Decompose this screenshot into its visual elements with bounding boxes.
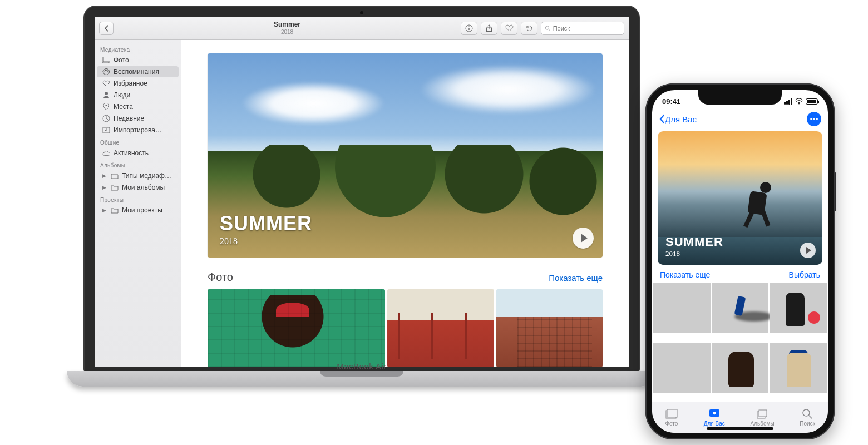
search-input[interactable] <box>553 25 620 32</box>
sidebar-item-label: Активность <box>114 149 149 157</box>
photo-thumbnail[interactable] <box>208 289 385 367</box>
sidebar-item-label: Места <box>114 103 133 111</box>
iphone-memory-hero[interactable]: SUMMER 2018 <box>658 131 822 265</box>
svg-line-20 <box>809 416 812 418</box>
macbook-label: MacBook Air <box>67 362 657 371</box>
sidebar-item-label: Люди <box>114 91 130 99</box>
sidebar-item-places[interactable]: Места <box>97 101 179 112</box>
iphone-show-more-link[interactable]: Показать еще <box>660 270 710 279</box>
svg-rect-18 <box>759 410 767 417</box>
macbook-device: Summer 2018 <box>67 6 657 434</box>
search-tab-icon <box>801 408 814 419</box>
disclosure-arrow-icon: ▶ <box>102 185 106 190</box>
cloud-icon <box>102 149 110 157</box>
home-indicator[interactable] <box>707 427 773 430</box>
sidebar-group-library: Медиатека <box>95 43 181 54</box>
sidebar-item-photos[interactable]: Фото <box>97 55 179 66</box>
info-button[interactable] <box>461 22 477 35</box>
sidebar-item-media-types[interactable]: ▶Типы медиаф… <box>97 170 179 181</box>
sidebar-item-label: Мои проекты <box>122 206 162 214</box>
iphone-photo-thumbnail[interactable] <box>712 343 769 393</box>
sidebar-item-imports[interactable]: Импортирова… <box>97 125 179 136</box>
sidebar-item-label: Недавние <box>114 115 144 122</box>
macbook-base <box>67 371 657 387</box>
cellular-icon <box>784 98 792 105</box>
window-title-wrap: Summer 2018 <box>117 21 457 34</box>
iphone-select-link[interactable]: Выбрать <box>789 270 820 279</box>
search-icon <box>545 25 551 32</box>
sidebar-item-label: Типы медиаф… <box>122 172 171 180</box>
memory-hero-title: SUMMER 2018 <box>220 212 312 246</box>
sidebar-item-label: Избранное <box>114 80 147 87</box>
iphone-screen: 09:41 Для Вас ••• SUMMER 2018 По <box>652 90 828 433</box>
memory-year: 2018 <box>220 236 312 246</box>
iphone-action-row: Показать еще Выбрать <box>652 265 828 283</box>
back-button[interactable] <box>99 22 114 35</box>
play-button[interactable] <box>573 228 594 249</box>
svg-point-19 <box>803 409 810 416</box>
window-title: Summer <box>117 21 457 28</box>
tab-albums[interactable]: Альбомы <box>751 408 775 427</box>
iphone-photo-thumbnail[interactable] <box>712 283 769 333</box>
clock-icon <box>102 115 110 122</box>
svg-point-4 <box>545 26 549 29</box>
iphone-back-button[interactable]: Для Вас <box>659 114 697 124</box>
share-button[interactable] <box>481 22 497 35</box>
photos-tab-icon <box>665 408 678 419</box>
iphone-memory-year: 2018 <box>665 249 723 258</box>
rotate-button[interactable] <box>521 22 537 35</box>
sidebar-item-my-albums[interactable]: ▶Мои альбомы <box>97 182 179 193</box>
tab-photos[interactable]: Фото <box>665 408 678 427</box>
folder-icon <box>111 172 119 180</box>
photo-grid <box>208 289 603 367</box>
svg-point-13 <box>798 103 800 105</box>
section-title: Фото <box>208 271 233 284</box>
iphone-notch <box>698 90 782 105</box>
folder-icon <box>111 206 119 214</box>
iphone-photo-grid <box>652 283 828 402</box>
sidebar-item-label: Импортирова… <box>114 126 162 134</box>
show-more-link[interactable]: Показать еще <box>549 273 603 283</box>
app-body: Медиатека Фото Воспоминания Избранное Лю… <box>95 40 629 367</box>
macbook-screen: Summer 2018 <box>83 6 640 373</box>
sidebar-item-favorites[interactable]: Избранное <box>97 78 179 89</box>
iphone-photo-thumbnail[interactable] <box>653 283 711 333</box>
disclosure-arrow-icon: ▶ <box>102 173 106 179</box>
svg-rect-1 <box>468 28 469 30</box>
sidebar-item-my-projects[interactable]: ▶Мои проекты <box>97 205 179 216</box>
sidebar-item-people[interactable]: Люди <box>97 90 179 101</box>
sidebar-item-recents[interactable]: Недавние <box>97 113 179 124</box>
sidebar-item-label: Мои альбомы <box>122 184 165 191</box>
folder-icon <box>111 184 119 191</box>
tab-label: Для Вас <box>704 421 725 427</box>
memories-icon <box>102 68 110 76</box>
window-subtitle: 2018 <box>117 29 457 35</box>
svg-line-5 <box>549 29 550 31</box>
section-header: Фото Показать еще <box>208 271 603 284</box>
search-field[interactable] <box>541 22 624 35</box>
photos-icon <box>102 56 110 64</box>
for-you-tab-icon <box>708 408 721 419</box>
iphone-back-label: Для Вас <box>665 115 697 124</box>
sidebar-item-activity[interactable]: Активность <box>97 147 179 159</box>
tab-for-you[interactable]: Для Вас <box>704 408 725 427</box>
tab-search[interactable]: Поиск <box>800 408 815 427</box>
photo-thumbnail[interactable] <box>496 289 603 367</box>
svg-point-8 <box>103 69 110 75</box>
window-toolbar: Summer 2018 <box>95 17 629 40</box>
iphone-more-button[interactable]: ••• <box>807 112 821 126</box>
pin-icon <box>102 103 110 111</box>
svg-point-9 <box>105 92 108 95</box>
content-area: SUMMER 2018 Фото Показать еще <box>181 40 629 367</box>
iphone-photo-thumbnail[interactable] <box>770 283 827 333</box>
memory-hero[interactable]: SUMMER 2018 <box>208 53 603 258</box>
battery-icon <box>806 98 818 105</box>
iphone-play-button[interactable] <box>800 243 816 258</box>
iphone-device: 09:41 Для Вас ••• SUMMER 2018 По <box>645 83 835 439</box>
iphone-photo-thumbnail[interactable] <box>770 343 827 393</box>
sidebar-item-memories[interactable]: Воспоминания <box>97 66 179 77</box>
favorite-button[interactable] <box>501 22 517 35</box>
iphone-photo-thumbnail[interactable] <box>653 343 711 393</box>
chevron-left-icon <box>659 114 665 124</box>
photo-thumbnail[interactable] <box>387 289 494 367</box>
